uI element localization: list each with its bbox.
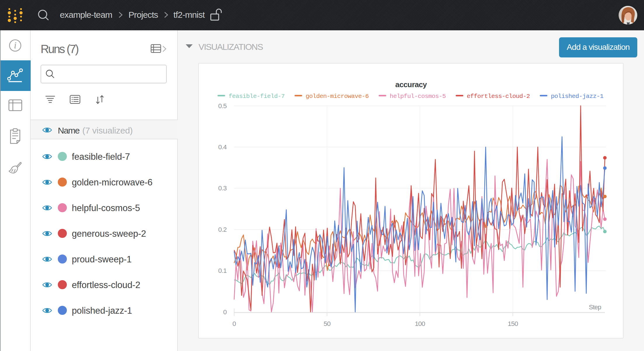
svg-text:helpful-cosmos-5: helpful-cosmos-5: [390, 93, 446, 100]
svg-text:golden-microwave-6: golden-microwave-6: [306, 93, 369, 100]
svg-text:0.1: 0.1: [218, 267, 227, 274]
svg-text:50: 50: [324, 320, 331, 327]
svg-text:0.5: 0.5: [218, 102, 227, 110]
svg-text:0.2: 0.2: [218, 226, 227, 233]
svg-text:100: 100: [415, 320, 425, 327]
svg-text:Step: Step: [589, 303, 601, 311]
svg-text:0.4: 0.4: [218, 143, 227, 151]
svg-text:0.3: 0.3: [218, 185, 227, 192]
svg-text:feasible-field-7: feasible-field-7: [229, 93, 285, 100]
svg-text:effortless-cloud-2: effortless-cloud-2: [467, 93, 530, 100]
svg-text:0: 0: [223, 308, 227, 316]
svg-text:polished-jazz-1: polished-jazz-1: [551, 93, 603, 100]
svg-text:150: 150: [508, 320, 518, 327]
svg-text:accuracy: accuracy: [395, 80, 427, 89]
svg-text:i: i: [14, 40, 17, 50]
svg-text:0: 0: [232, 320, 236, 327]
